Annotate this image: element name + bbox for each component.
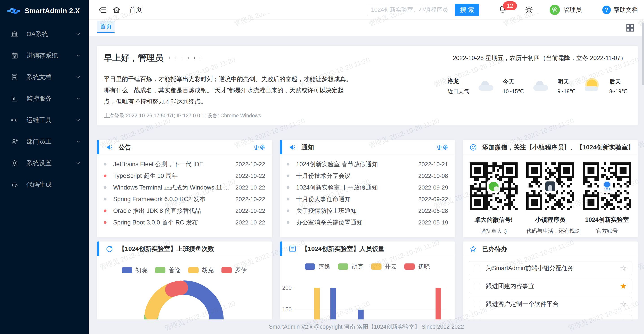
qr-center-logo [601,180,613,193]
tag-pill [194,57,201,59]
wechat-card: 添加微信，关注【小镇程序员】、【1024创新实验室】 卓大的微信号! 骚扰卓大 … [463,140,638,238]
legend-item[interactable]: 初晓 [122,266,148,274]
item-dot [287,198,290,201]
chevron-down-icon [75,31,81,37]
qr-image [583,162,631,210]
notification-bell[interactable]: 12 [498,5,507,15]
bar-初晓 [436,288,441,320]
checkbox[interactable] [474,283,480,289]
qr-image [470,162,518,210]
home-icon[interactable] [112,5,121,14]
legend-item[interactable]: 罗伊 [222,266,247,274]
tab-home[interactable]: 首页 [97,21,114,33]
fish-chart-header: 【1024创新实验室】上班摸鱼次数 [97,242,272,256]
bar-开云 [314,288,320,320]
app-logo[interactable]: SmartAdmin 2.X [0,0,89,18]
qr-image [526,162,574,210]
notices-more-link[interactable]: 更多 [436,143,448,151]
welcome-card: 早上好，管理员 2022-10-28 星期五，农历十初四（当前霜降，立冬 202… [97,46,638,125]
chevron-down-icon [75,53,81,58]
sidebar-item[interactable]: 运维工具 [0,109,89,131]
search-input[interactable] [367,4,455,16]
user-menu[interactable]: 管 管理员 [550,5,582,15]
todo-item[interactable]: 为SmartAdmin前端小组分配任务 [469,261,632,275]
list-item[interactable]: JetBrains Fleet 公测，下一代 IDE 2022-10-22 [97,158,272,170]
grid-layout-icon[interactable] [625,23,635,33]
sidebar-item[interactable]: OA系统 [0,23,89,45]
list-item[interactable]: Spring Framework 6.0.0 RC2 发布 2022-10-22 [97,193,272,205]
list-item[interactable]: Spring Boot 3.0.0 首个 RC 发布 2022-10-22 [97,217,272,228]
legend-item[interactable]: 善逸 [155,266,181,274]
item-dot [104,221,106,224]
announcements-list: JetBrains Fleet 公测，下一代 IDE 2022-10-22 Ty… [97,155,272,228]
chevron-down-icon [75,160,81,166]
sidebar-item[interactable]: 代码生成 [0,174,89,195]
tag-pill [182,57,188,59]
app-title: SmartAdmin 2.X [25,7,80,15]
list-chart-icon [288,245,296,253]
star-icon[interactable] [620,282,627,290]
footer: SmartAdmin V2.x @copyright 河南·洛阳【1024创新实… [89,320,644,334]
avatar: 管 [550,5,560,15]
list-item[interactable]: 十月份技术分享会议 2022-10-08 [280,170,455,182]
legend-item[interactable]: 胡克 [188,266,214,274]
breadcrumb[interactable]: 首页 [129,5,142,14]
sidebar-item-icon [11,159,18,167]
qrcode-block: 卓大的微信号! 骚扰卓大 :) [470,162,518,235]
chevron-down-icon [75,74,81,80]
sidebar-item[interactable]: 系统文档 [0,66,89,88]
legend-swatch [305,264,315,270]
legend-swatch [122,267,132,273]
item-dot [287,209,290,212]
list-item[interactable]: 1024创新实验室 春节放假通知 2022-10-21 [280,158,455,170]
sidebar-item[interactable]: 部门员工 [0,131,89,152]
sidebar-item[interactable]: 监控服务 [0,88,89,109]
item-dot [287,163,290,166]
item-dot [104,175,106,177]
weather-city: 洛龙 近日天气 [448,77,469,95]
sidebar-item-icon [11,138,18,145]
star-icon[interactable] [620,300,627,308]
gridline-150 [295,310,446,310]
settings-gear-icon[interactable] [524,5,534,14]
weather-icon [533,79,554,93]
checkbox[interactable] [474,265,480,271]
sidebar-item[interactable]: 进销存系统 [0,45,89,66]
content-area: 早上好，管理员 2022-10-28 星期五，农历十初四（当前霜降，立冬 202… [89,36,644,334]
cards-row-2: 公告 更多 JetBrains Fleet 公测，下一代 IDE 2022-10… [97,140,638,238]
sidebar-item[interactable]: 系统设置 [0,152,89,174]
fish-chart-card: 【1024创新实验室】上班摸鱼次数 初晓 善逸 胡 [97,242,272,320]
weather-day: 后天 8~19℃ [609,78,628,94]
legend-item[interactable]: 初晓 [404,263,430,271]
legend-item[interactable]: 开云 [371,263,397,271]
checkbox[interactable] [474,301,480,307]
list-item[interactable]: TypeScript 诞生 10 周年 2022-10-22 [97,170,272,182]
scrollbar-thumb[interactable] [642,22,644,85]
todo-item[interactable] [469,315,632,320]
list-item[interactable]: 关于疫情防控上班通知 2022-06-28 [280,205,455,217]
list-item[interactable]: 办公室消杀关键位置通知 2022-05-19 [280,217,455,228]
help-link[interactable]: ? 帮助文档 [602,5,638,14]
search-button[interactable]: 搜 索 [455,4,479,16]
daily-quote: 平日里的千锤百炼，才能托举出光彩时刻；逆境中的亮剑、失败后的奋起，才能让梦想成真… [104,73,352,107]
announcements-more-link[interactable]: 更多 [254,143,266,151]
list-item[interactable]: 1024创新实验室 十一放假通知 2022-09-29 [280,182,455,193]
list-item[interactable]: Windows Terminal 正式成为 Windows 11 ... 202… [97,182,272,193]
todo-item[interactable]: 跟进团建内容事宜 [469,279,632,293]
meal-chart-card: 【1024创新实验室】人员饭量 善逸 胡克 开云 [280,242,455,320]
list-item[interactable]: Oracle 推出 JDK 8 的直接替代品 2022-10-22 [97,205,272,217]
bar-善逸 [330,288,336,320]
legend-swatch [338,264,348,270]
smartadmin-dashboard: SmartAdmin 2.X OA系统 进销存系统 系统文档 监控服 [0,0,644,334]
sidebar-menu: OA系统 进销存系统 系统文档 监控服务 运维工具 [0,23,89,195]
todo-item[interactable]: 跟进客户定制一个软件平台 [469,297,632,311]
notices-header: 通知 更多 [280,140,455,155]
item-dot [104,186,106,189]
menu-fold-icon[interactable] [98,5,107,14]
legend-item[interactable]: 胡克 [338,263,364,271]
star-icon[interactable] [620,264,627,272]
qr-description: 官方账号 [583,227,631,235]
date-line: 2022-10-28 星期五，农历十初四（当前霜降，立冬 2022-11-07） [453,54,626,62]
list-item[interactable]: 十月份人事任命通知 2022-09-22 [280,193,455,205]
legend-item[interactable]: 善逸 [305,263,330,271]
